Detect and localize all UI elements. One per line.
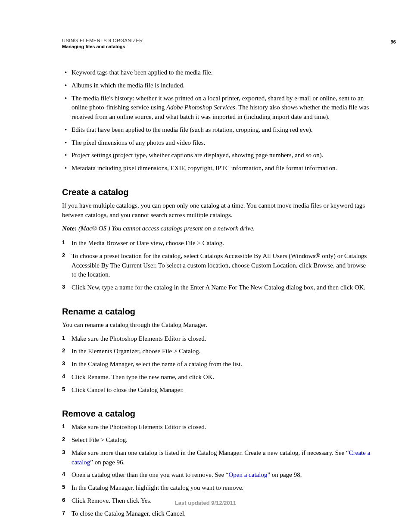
step-text: To close the Catalog Manager, click Canc…: [72, 510, 186, 517]
rename-steps: Make sure the Photoshop Elements Editor …: [62, 334, 372, 395]
step-item: In the Elements Organizer, choose File >…: [62, 347, 372, 356]
step-text: In the Media Browser or Date view, choos…: [72, 240, 224, 246]
list-text: Keyword tags that have been applied to t…: [72, 69, 212, 76]
page-header: USING ELEMENTS 9 ORGANIZER Managing file…: [62, 38, 372, 55]
top-bullet-list: Keyword tags that have been applied to t…: [62, 68, 372, 173]
list-item: Project settings (project type, whether …: [62, 151, 372, 160]
page: USING ELEMENTS 9 ORGANIZER Managing file…: [0, 0, 411, 532]
list-text-italic: Adobe Photoshop Services: [166, 104, 235, 111]
rename-intro: You can rename a catalog through the Cat…: [62, 320, 372, 330]
step-text: In the Elements Organizer, choose File >…: [72, 348, 201, 355]
step-item: In the Media Browser or Date view, choos…: [62, 239, 372, 248]
list-item: The media file's history: whether it was…: [62, 94, 372, 122]
step-text: Click Rename. Then type the new name, an…: [72, 373, 214, 380]
step-text: To choose a preset location for the cata…: [72, 252, 367, 278]
step-text-pre: Make sure more than one catalog is liste…: [72, 449, 349, 456]
page-number: 96: [391, 39, 396, 44]
list-text: Metadata including pixel dimensions, EXI…: [72, 165, 337, 171]
create-intro: If you have multiple catalogs, you can o…: [62, 201, 372, 220]
list-text: Edits that have been applied to the medi…: [72, 126, 312, 133]
page-number-wrap: 96: [391, 38, 396, 45]
create-steps: In the Media Browser or Date view, choos…: [62, 239, 372, 292]
header-title: USING ELEMENTS 9 ORGANIZER: [62, 38, 372, 43]
step-text: In the Catalog Manager, select the name …: [72, 361, 242, 367]
list-item: Metadata including pixel dimensions, EXI…: [62, 164, 372, 173]
list-item: The pixel dimensions of any photos and v…: [62, 138, 372, 148]
step-item: In the Catalog Manager, select the name …: [62, 360, 372, 369]
list-item: Edits that have been applied to the medi…: [62, 125, 372, 135]
step-text: Click Cancel to close the Catalog Manage…: [72, 386, 184, 393]
note-body: (Mac® OS ) You cannot access catalogs pr…: [77, 225, 255, 232]
step-item: Make sure the Photoshop Elements Editor …: [62, 334, 372, 344]
step-text-post: ” on page 98.: [267, 471, 302, 478]
list-text: The pixel dimensions of any photos and v…: [72, 139, 205, 146]
note-label: Note:: [62, 225, 77, 232]
step-item: Click Cancel to close the Catalog Manage…: [62, 386, 372, 395]
step-item: Click New, type a name for the catalog i…: [62, 283, 372, 292]
step-text: Make sure the Photoshop Elements Editor …: [72, 423, 206, 430]
step-text-post: ” on page 96.: [90, 459, 125, 466]
step-item: Select File > Catalog.: [62, 436, 372, 445]
step-text: Click New, type a name for the catalog i…: [72, 284, 365, 291]
step-item: To close the Catalog Manager, click Canc…: [62, 509, 372, 519]
step-text: Make sure the Photoshop Elements Editor …: [72, 335, 206, 342]
step-item: Make sure more than one catalog is liste…: [62, 448, 372, 467]
step-item: Make sure the Photoshop Elements Editor …: [62, 423, 372, 432]
step-item: Open a catalog other than the one you wa…: [62, 470, 372, 480]
header-subtitle: Managing files and catalogs: [62, 44, 372, 49]
step-item: In the Catalog Manager, highlight the ca…: [62, 483, 372, 493]
list-text: Project settings (project type, whether …: [72, 152, 323, 159]
content: Keyword tags that have been applied to t…: [62, 68, 372, 518]
create-note: Note: (Mac® OS ) You cannot access catal…: [62, 224, 372, 233]
footer-updated: Last updated 9/12/2011: [0, 500, 411, 506]
step-text: Select File > Catalog.: [72, 436, 128, 443]
heading-remove: Remove a catalog: [62, 408, 372, 420]
step-text: In the Catalog Manager, highlight the ca…: [72, 484, 243, 491]
list-item: Albums in which the media file is includ…: [62, 81, 372, 90]
link-open-catalog[interactable]: Open a catalog: [228, 471, 267, 478]
list-text: Albums in which the media file is includ…: [72, 82, 184, 89]
heading-rename: Rename a catalog: [62, 305, 372, 318]
heading-create: Create a catalog: [62, 186, 372, 199]
step-item: To choose a preset location for the cata…: [62, 252, 372, 280]
step-text-pre: Open a catalog other than the one you wa…: [72, 471, 228, 478]
list-item: Keyword tags that have been applied to t…: [62, 68, 372, 78]
step-item: Click Rename. Then type the new name, an…: [62, 373, 372, 382]
